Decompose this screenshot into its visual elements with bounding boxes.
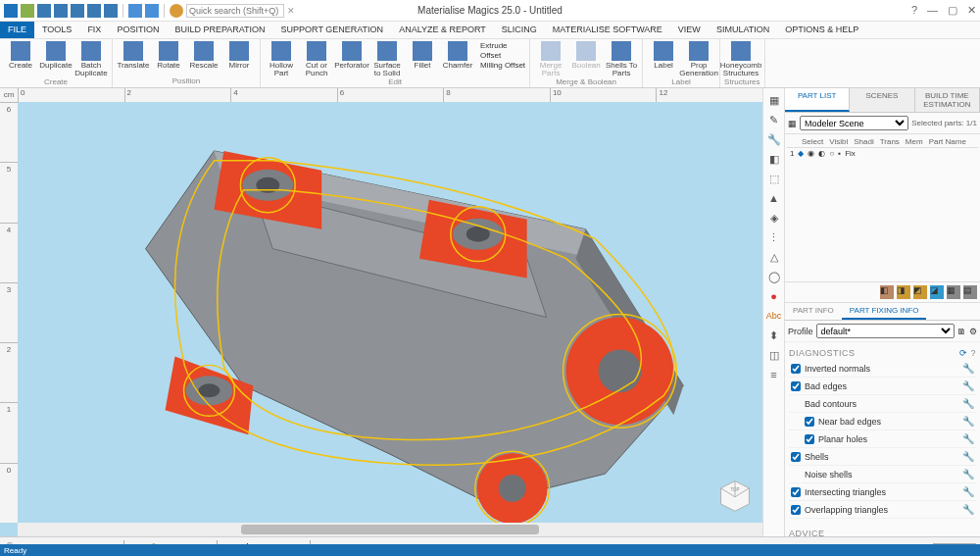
- menu-materialise-software[interactable]: MATERIALISE SOFTWARE: [545, 22, 670, 38]
- diag-item[interactable]: Inverted normals🔧: [789, 360, 976, 378]
- ribbon-label[interactable]: Label: [647, 41, 680, 70]
- ribbon-rescale[interactable]: Rescale: [187, 41, 220, 70]
- mini-icon[interactable]: ▤: [963, 285, 977, 299]
- tool-icon[interactable]: ✎: [766, 112, 782, 127]
- ribbon-shells-to-parts[interactable]: Shells To Parts: [605, 41, 638, 77]
- menu-options-help[interactable]: OPTIONS & HELP: [777, 22, 866, 38]
- maximize-button[interactable]: ▢: [948, 4, 957, 17]
- diag-checkbox[interactable]: [791, 505, 801, 515]
- tool-icon[interactable]: ●: [766, 288, 782, 304]
- qat-icon[interactable]: [21, 4, 34, 18]
- tool-icon[interactable]: ▲: [766, 190, 782, 206]
- ribbon-milling-offset[interactable]: Milling Offset: [480, 61, 525, 70]
- menu-fix[interactable]: FIX: [79, 22, 109, 38]
- tab-build-time[interactable]: BUILD TIME ESTIMATION: [915, 88, 980, 112]
- ribbon-create[interactable]: Create: [4, 41, 37, 70]
- qat-icon[interactable]: [4, 4, 18, 18]
- ribbon-cut-punch[interactable]: Cut or Punch: [300, 41, 333, 77]
- tool-icon[interactable]: ◫: [766, 347, 782, 363]
- col-select[interactable]: Select: [799, 136, 826, 147]
- menu-position[interactable]: POSITION: [109, 22, 167, 38]
- tool-icon[interactable]: ⋮: [766, 229, 782, 245]
- quick-search-input[interactable]: [186, 4, 284, 18]
- scene-select[interactable]: Modeler Scene: [800, 116, 908, 130]
- tool-text-icon[interactable]: Abc: [766, 308, 782, 324]
- fix-icon[interactable]: 🔧: [962, 380, 974, 391]
- tool-icon[interactable]: ◯: [766, 269, 782, 284]
- tool-icon[interactable]: ⬚: [766, 171, 782, 186]
- col-mem[interactable]: Mem: [903, 136, 926, 147]
- ribbon-extrude[interactable]: Extrude: [480, 41, 525, 50]
- help-icon[interactable]: ?: [911, 4, 917, 17]
- fix-icon[interactable]: 🔧: [962, 398, 974, 409]
- diag-checkbox[interactable]: [805, 417, 814, 427]
- diag-item[interactable]: Shells🔧: [789, 448, 976, 466]
- diag-item[interactable]: Bad contours🔧: [789, 395, 976, 413]
- menu-build-preparation[interactable]: BUILD PREPARATION: [167, 22, 272, 38]
- minimize-button[interactable]: —: [927, 4, 938, 17]
- canvas-3d[interactable]: [18, 102, 762, 523]
- ribbon-boolean[interactable]: Boolean: [569, 41, 603, 70]
- ribbon-mirror[interactable]: Mirror: [222, 41, 256, 70]
- ribbon-chamfer[interactable]: Chamfer: [441, 41, 474, 70]
- tool-icon[interactable]: ⬍: [766, 328, 782, 343]
- tab-part-list[interactable]: PART LIST: [785, 88, 850, 112]
- ribbon-offset[interactable]: Offset: [480, 51, 525, 60]
- mini-icon[interactable]: ◪: [930, 285, 944, 299]
- fix-icon[interactable]: 🔧: [962, 433, 974, 444]
- diag-checkbox[interactable]: [791, 364, 801, 374]
- diag-checkbox[interactable]: [805, 434, 814, 444]
- viewport[interactable]: cm 024681012 0123456: [0, 88, 762, 536]
- menu-support-generation[interactable]: SUPPORT GENERATION: [273, 22, 392, 38]
- view-cube[interactable]: TOP: [717, 478, 753, 513]
- diag-item[interactable]: Overlapping triangles🔧: [789, 501, 976, 519]
- tool-icon[interactable]: ◧: [766, 151, 782, 167]
- diag-item[interactable]: Noise shells🔧: [789, 466, 976, 483]
- tool-icon[interactable]: ◈: [766, 210, 782, 226]
- mini-icon[interactable]: ▦: [947, 285, 960, 299]
- menu-file[interactable]: FILE: [0, 22, 34, 38]
- col-trans[interactable]: Trans: [877, 136, 903, 147]
- ribbon-prop-generation[interactable]: Prop Generation: [682, 41, 715, 77]
- fix-icon[interactable]: 🔧: [962, 451, 974, 462]
- fix-icon[interactable]: 🔧: [962, 504, 974, 515]
- diag-item[interactable]: Planar holes🔧: [789, 430, 976, 448]
- close-button[interactable]: ✕: [967, 4, 976, 17]
- qat-icon[interactable]: [54, 4, 68, 18]
- part-row[interactable]: 1 ◆ ◉◐○▪ Fix: [787, 148, 978, 159]
- diag-item[interactable]: Intersecting triangles🔧: [789, 483, 976, 501]
- ribbon-translate[interactable]: Translate: [117, 41, 150, 70]
- tool-icon[interactable]: △: [766, 249, 782, 265]
- qat-icon[interactable]: [37, 4, 51, 18]
- diag-checkbox[interactable]: [791, 452, 801, 462]
- mini-icon[interactable]: ◨: [897, 285, 910, 299]
- tool-icon[interactable]: ≡: [766, 367, 782, 382]
- fix-icon[interactable]: 🔧: [962, 363, 974, 374]
- tab-scenes[interactable]: SCENES: [850, 88, 914, 112]
- ribbon-duplicate[interactable]: Duplicate: [39, 41, 73, 70]
- ribbon-honeycomb[interactable]: Honeycomb Structures: [724, 41, 758, 77]
- tab-part-fixing-info[interactable]: PART FIXING INFO: [842, 303, 927, 320]
- diag-checkbox[interactable]: [791, 381, 801, 391]
- redo-icon[interactable]: [145, 4, 159, 18]
- undo-icon[interactable]: [128, 4, 142, 18]
- col-visible[interactable]: Visibl: [826, 136, 851, 147]
- tool-icon[interactable]: 🔧: [766, 131, 782, 147]
- refresh-icon[interactable]: ⟳: [959, 348, 968, 358]
- col-part-name[interactable]: Part Name: [926, 136, 969, 147]
- scrollbar-horizontal[interactable]: [18, 523, 762, 536]
- fix-icon[interactable]: 🔧: [962, 469, 974, 480]
- diag-checkbox[interactable]: [791, 487, 801, 497]
- menu-view[interactable]: VIEW: [670, 22, 709, 38]
- profile-select[interactable]: default*: [816, 324, 955, 338]
- ribbon-hollow-part[interactable]: Hollow Part: [265, 41, 298, 77]
- tool-icon[interactable]: ▦: [766, 92, 782, 108]
- ribbon-surface-to-solid[interactable]: Surface to Solid: [370, 41, 404, 77]
- profile-settings-icon[interactable]: ⚙: [969, 327, 977, 336]
- fix-icon[interactable]: 🔧: [962, 416, 974, 427]
- ribbon-rotate[interactable]: Rotate: [152, 41, 185, 70]
- qat-icon[interactable]: [71, 4, 84, 18]
- col-shading[interactable]: Shadi: [851, 136, 876, 147]
- ribbon-batch-duplicate[interactable]: Batch Duplicate: [74, 41, 108, 77]
- help-icon[interactable]: ?: [970, 348, 976, 358]
